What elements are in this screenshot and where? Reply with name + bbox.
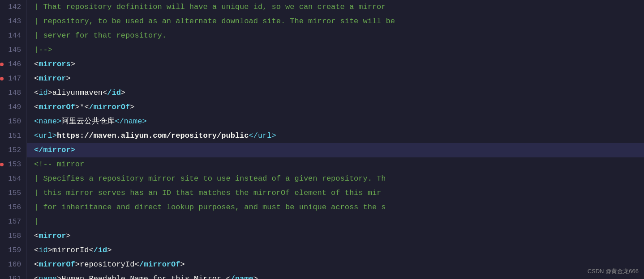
line-number: 159 bbox=[4, 243, 21, 258]
code-line: <mirror> bbox=[27, 229, 644, 243]
code-line: <mirror> bbox=[27, 72, 644, 86]
tag-content: 阿里云公共仓库 bbox=[61, 117, 115, 126]
breakpoint-dot[interactable] bbox=[0, 77, 4, 80]
code-line: <!-- mirror bbox=[27, 157, 644, 172]
line-number: 151 bbox=[4, 129, 21, 143]
code-line: </mirror> bbox=[27, 143, 644, 157]
comment-text: |--> bbox=[34, 43, 52, 57]
code-line: | That repository definition will have a… bbox=[27, 0, 644, 14]
comment-text: | server for that repository. bbox=[34, 29, 167, 43]
line-number: 147 bbox=[4, 72, 21, 86]
code-line: <mirrors> bbox=[27, 57, 644, 72]
line-numbers-panel: 1421431441451461471481491501511521531541… bbox=[0, 0, 27, 279]
xml-tag: <name> bbox=[34, 117, 61, 126]
line-text: <name>阿里云公共仓库</name> bbox=[34, 114, 147, 129]
line-text: <name>Human Readable Name for this Mirro… bbox=[34, 272, 258, 279]
line-text: <mirrorOf>*</mirrorOf> bbox=[34, 100, 134, 114]
tag-text: </mirror> bbox=[34, 143, 75, 157]
xml-tag: mirror bbox=[39, 74, 66, 83]
code-line: | bbox=[27, 215, 644, 229]
line-number: 148 bbox=[4, 86, 21, 100]
breakpoint-dot[interactable] bbox=[0, 163, 4, 166]
line-number: 153 bbox=[4, 157, 21, 172]
xml-tag: name bbox=[39, 275, 57, 279]
xml-tag: id bbox=[39, 246, 47, 254]
xml-tag: /name bbox=[231, 275, 253, 279]
xml-tag: mirrors bbox=[39, 60, 70, 68]
code-line: <id>mirrorId</id> bbox=[27, 243, 644, 258]
xml-tag: </name> bbox=[115, 117, 146, 126]
line-number: 160 bbox=[4, 258, 21, 272]
code-line: <name>Human Readable Name for this Mirro… bbox=[27, 272, 644, 279]
code-line: <id>aliyunmaven</id> bbox=[27, 86, 644, 100]
watermark: CSDN @黄金龙666 bbox=[588, 267, 639, 275]
code-line: | server for that repository. bbox=[27, 29, 644, 43]
line-text: <id>aliyunmaven</id> bbox=[34, 86, 125, 100]
code-line: <name>阿里云公共仓库</name> bbox=[27, 114, 644, 129]
line-number: 161 bbox=[4, 272, 21, 279]
line-text: <mirror> bbox=[34, 72, 71, 86]
line-number: 145 bbox=[4, 43, 21, 57]
code-editor: 1421431441451461471481491501511521531541… bbox=[0, 0, 644, 279]
xml-tag: id bbox=[39, 89, 47, 97]
line-number: 156 bbox=[4, 200, 21, 215]
xml-tag: mirrorOf bbox=[39, 260, 75, 269]
code-line: |--> bbox=[27, 43, 644, 57]
line-text: <mirror> bbox=[34, 229, 71, 243]
xml-tag: /id bbox=[107, 89, 121, 97]
comment-text: | bbox=[34, 215, 39, 229]
line-number: 154 bbox=[4, 172, 21, 186]
comment-text: <!-- mirror bbox=[34, 157, 84, 172]
code-line: <url>https://maven.aliyun.com/repository… bbox=[27, 129, 644, 143]
breakpoint-dot[interactable] bbox=[0, 63, 4, 66]
line-number: 158 bbox=[4, 229, 21, 243]
code-line: | for inheritance and direct lookup purp… bbox=[27, 200, 644, 215]
line-number: 143 bbox=[4, 14, 21, 29]
code-line: | Specifies a repository mirror site to … bbox=[27, 172, 644, 186]
line-number: 144 bbox=[4, 29, 21, 43]
code-line: | this mirror serves has an ID that matc… bbox=[27, 186, 644, 200]
line-number: 152 bbox=[4, 143, 21, 157]
comment-text: | That repository definition will have a… bbox=[34, 0, 386, 14]
xml-tag: </url> bbox=[249, 131, 276, 140]
line-number: 157 bbox=[4, 215, 21, 229]
comment-text: | for inheritance and direct lookup purp… bbox=[34, 200, 386, 215]
line-text: <url>https://maven.aliyun.com/repository… bbox=[34, 129, 276, 143]
code-line: <mirrorOf>repositoryId</mirrorOf> bbox=[27, 258, 644, 272]
comment-text: | this mirror serves has an ID that matc… bbox=[34, 186, 381, 200]
xml-tag: mirror bbox=[39, 232, 66, 240]
xml-tag: /id bbox=[94, 246, 107, 254]
code-line: <mirrorOf>*</mirrorOf> bbox=[27, 100, 644, 114]
line-text: <id>mirrorId</id> bbox=[34, 243, 112, 258]
line-number: 149 bbox=[4, 100, 21, 114]
xml-tag: /mirrorOf bbox=[89, 103, 130, 111]
code-content-panel: | That repository definition will have a… bbox=[27, 0, 644, 279]
comment-text: | repository, to be used as an alternate… bbox=[34, 14, 395, 29]
url-content: https://maven.aliyun.com/repository/publ… bbox=[57, 131, 249, 140]
code-line: | repository, to be used as an alternate… bbox=[27, 14, 644, 29]
xml-tag: mirrorOf bbox=[39, 103, 75, 111]
line-number: 142 bbox=[4, 0, 21, 14]
line-number: 146 bbox=[4, 57, 21, 72]
line-number: 150 bbox=[4, 114, 21, 129]
comment-text: | Specifies a repository mirror site to … bbox=[34, 172, 386, 186]
xml-tag: <url> bbox=[34, 131, 57, 140]
line-number: 155 bbox=[4, 186, 21, 200]
xml-tag: /mirrorOf bbox=[139, 260, 180, 269]
line-text: <mirrorOf>repositoryId</mirrorOf> bbox=[34, 258, 185, 272]
line-text: <mirrors> bbox=[34, 57, 75, 72]
